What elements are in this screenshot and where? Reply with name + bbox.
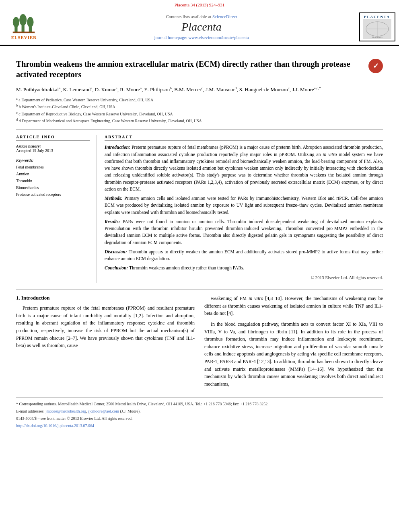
body-col-right: weakening of FM in vitro [4,8–10]. Howev…: [204, 295, 383, 391]
svg-rect-6: [13, 32, 35, 33]
svg-point-1: [13, 17, 19, 27]
journal-homepage[interactable]: journal homepage: www.elsevier.com/locat…: [154, 35, 249, 40]
keyword-2: Amnion: [16, 172, 29, 176]
keyword-3: Thrombin: [16, 179, 32, 183]
keywords-label: Keywords:: [16, 158, 33, 162]
intro-text: Preterm premature rupture of fetal membr…: [105, 145, 383, 191]
article-info-abstract-section: ARTICLE INFO Article history: Accepted 1…: [16, 135, 383, 283]
copyright-line: © 2013 Elsevier Ltd. All rights reserved…: [105, 274, 383, 281]
abstract-heading: ABSTRACT: [105, 135, 383, 141]
divider-1: [16, 129, 383, 130]
article-title: Thrombin weakens the amnion extracellula…: [16, 59, 368, 80]
abstract-column: ABSTRACT Introduction: Preterm premature…: [105, 135, 383, 283]
journal-name: Placenta: [181, 21, 222, 33]
sciencedirect-prefix: Contents lists available at: [166, 14, 211, 19]
divider-2: [16, 290, 383, 290]
article-info-heading: ARTICLE INFO: [16, 135, 90, 141]
body-text-right: weakening of FM in vitro [4,8–10]. Howev…: [204, 295, 383, 388]
abstract-methods: Methods: Primary amnion cells and isolat…: [105, 195, 383, 216]
abstract-discussion: Discussion: Thrombin appears to directly…: [105, 249, 383, 263]
crossmark-circle: ✓: [368, 59, 383, 73]
methods-label: Methods:: [105, 196, 124, 201]
discussion-label: Discussion:: [105, 249, 129, 254]
body-col-left: 1. Introduction Preterm premature ruptur…: [16, 295, 195, 391]
svg-point-3: [20, 14, 27, 26]
keyword-4: Biomechanics: [16, 185, 39, 190]
body-para-3: In the blood coagulation pathway, thromb…: [204, 320, 383, 388]
affiliations: a a Department of Pediatrics, Case Weste…: [16, 97, 383, 124]
authors-line: M. Puthiyachirakkala, K. Lemeranda, D. K…: [16, 85, 383, 94]
methods-text: Primary amnion cells and isolated amnion…: [105, 196, 383, 215]
journal-banner: ELSEVIER Contents lists available at Sci…: [0, 9, 399, 45]
crossmark-symbol: ✓: [373, 62, 379, 70]
affiliation-c: c c Department of Reproductive Biology, …: [16, 111, 383, 117]
issn-footnote: 0143-4004/$ – see front matter © 2013 El…: [16, 415, 383, 421]
keyword-5: Protease activated receptors: [16, 192, 61, 197]
elsevier-logo-area: ELSEVIER: [0, 9, 48, 45]
placenta-logo-area: PLACENTA PLACENTA: [355, 9, 399, 45]
article-title-section: Thrombin weakens the amnion extracellula…: [16, 59, 383, 80]
article-history: Article history: Accepted 19 July 2013: [16, 144, 90, 153]
elsevier-logo: ELSEVIER: [11, 14, 37, 40]
sciencedirect-anchor[interactable]: ScienceDirect: [212, 14, 237, 19]
page-header: Placenta 34 (2013) 924–931 ELSEVIER: [0, 0, 399, 46]
placenta-logo-box: PLACENTA PLACENTA: [359, 12, 395, 41]
corresponding-footnote: * Corresponding authors. MetroHealth Med…: [16, 401, 383, 407]
abstract-text: Introduction: Preterm premature rupture …: [105, 144, 383, 281]
body-text-left: Preterm premature rupture of the fetal m…: [16, 304, 195, 349]
history-label: Article history:: [16, 144, 41, 148]
placenta-logo-title: PLACENTA: [364, 15, 390, 19]
intro-label: Introduction:: [105, 145, 132, 150]
section-1-title: 1. Introduction: [16, 295, 195, 301]
body-two-column: 1. Introduction Preterm premature ruptur…: [16, 295, 383, 391]
abstract-results: Results: PARs were not found in amnion o…: [105, 218, 383, 246]
journal-homepage-link[interactable]: journal homepage: www.elsevier.com/locat…: [154, 35, 249, 40]
email-link[interactable]: jmoore@metrohealth.org: [45, 409, 86, 413]
email-link-2[interactable]: jjcmoore@aol.com: [88, 409, 119, 413]
results-text: PARs were not found in amnion or amnion …: [105, 219, 383, 245]
results-label: Results:: [105, 219, 123, 224]
journal-title-area: Contents lists available at ScienceDirec…: [48, 9, 355, 45]
affiliation-b: b b Women's Institute-Cleveland Clinic, …: [16, 103, 383, 110]
doi-footnote: http://dx.doi.org/10.1016/j.placenta.201…: [16, 423, 383, 429]
placenta-logo-image: PLACENTA: [363, 19, 391, 39]
conclusion-label: Conclusion:: [105, 265, 129, 270]
abstract-conclusion: Conclusion: Thrombin weakens amnion dire…: [105, 265, 383, 271]
email-label: E-mail addresses:: [16, 409, 45, 413]
affiliation-a: a a Department of Pediatrics, Case Weste…: [16, 97, 383, 103]
body-para-1: Preterm premature rupture of the fetal m…: [16, 304, 195, 349]
journal-citation: Placenta 34 (2013) 924–931: [175, 2, 224, 7]
abstract-introduction: Introduction: Preterm premature rupture …: [105, 144, 383, 193]
sciencedirect-link[interactable]: Contents lists available at ScienceDirec…: [166, 14, 237, 19]
footnote-area: * Corresponding authors. MetroHealth Med…: [16, 397, 383, 429]
discussion-text: Thrombin appears to directly weaken the …: [105, 249, 383, 261]
elsevier-brand-text: ELSEVIER: [11, 35, 37, 40]
body-para-2: weakening of FM in vitro [4,8–10]. Howev…: [204, 295, 383, 317]
journal-meta-top: Placenta 34 (2013) 924–931: [0, 0, 399, 9]
article-info-column: ARTICLE INFO Article history: Accepted 1…: [16, 135, 97, 283]
crossmark-badge[interactable]: ✓: [368, 59, 383, 73]
svg-text:PLACENTA: PLACENTA: [372, 36, 383, 38]
email-footnote: E-mail addresses: jmoore@metrohealth.org…: [16, 408, 383, 414]
elsevier-tree-icon: [12, 14, 36, 34]
keywords-section: Keywords: Fetal membranes Amnion Thrombi…: [16, 157, 90, 198]
conclusion-text: Thrombin weakens amnion directly rather …: [129, 265, 244, 270]
article-content: Thrombin weakens the amnion extracellula…: [0, 46, 399, 438]
svg-point-5: [27, 17, 34, 27]
history-value: Accepted 19 July 2013: [16, 148, 53, 153]
affiliation-d: d d Department of Mechanical and Aerospa…: [16, 117, 383, 124]
doi-link[interactable]: http://dx.doi.org/10.1016/j.placenta.201…: [16, 423, 94, 428]
authors-text: M. Puthiyachirakkala, K. Lemeranda, D. K…: [16, 86, 321, 92]
keyword-1: Fetal membranes: [16, 165, 44, 169]
body-content: 1. Introduction Preterm premature ruptur…: [16, 295, 383, 391]
corresponding-text: * Corresponding authors. MetroHealth Med…: [16, 402, 269, 406]
